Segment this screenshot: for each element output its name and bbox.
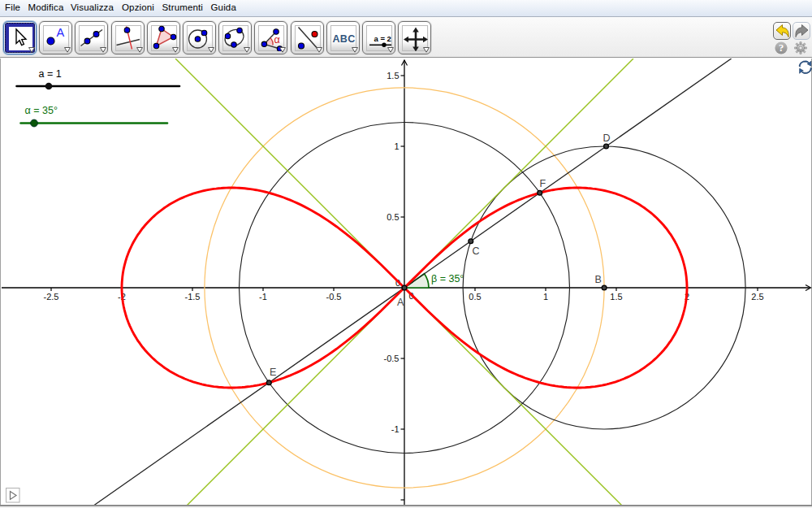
svg-text:α: α — [274, 34, 280, 46]
svg-text:A: A — [397, 297, 404, 308]
svg-text:β = 35°: β = 35° — [431, 273, 464, 284]
svg-text:1: 1 — [394, 141, 399, 151]
svg-text:C: C — [473, 245, 480, 257]
svg-text:a = 2: a = 2 — [374, 34, 391, 43]
svg-text:D: D — [603, 132, 611, 144]
svg-text:B: B — [595, 274, 602, 285]
svg-text:1: 1 — [543, 292, 548, 302]
svg-text:a = 1: a = 1 — [39, 68, 62, 80]
svg-text:F: F — [540, 178, 546, 189]
svg-text:-1.5: -1.5 — [185, 292, 201, 302]
svg-text:1.5: 1.5 — [610, 292, 622, 302]
svg-text:?: ? — [779, 42, 784, 54]
svg-text:2.5: 2.5 — [751, 292, 763, 302]
svg-text:-0.5: -0.5 — [384, 354, 400, 363]
svg-text:A: A — [57, 26, 65, 39]
svg-text:-0.5: -0.5 — [326, 292, 342, 302]
svg-text:-2.5: -2.5 — [44, 292, 59, 302]
svg-text:E: E — [270, 367, 276, 378]
svg-text:-1: -1 — [391, 424, 400, 434]
svg-text:0.5: 0.5 — [469, 292, 481, 302]
svg-text:ABC: ABC — [333, 33, 356, 45]
svg-text:α = 35°: α = 35° — [25, 105, 58, 116]
svg-text:1.5: 1.5 — [387, 71, 399, 80]
svg-text:-1: -1 — [259, 292, 267, 302]
svg-text:0.5: 0.5 — [387, 212, 399, 222]
